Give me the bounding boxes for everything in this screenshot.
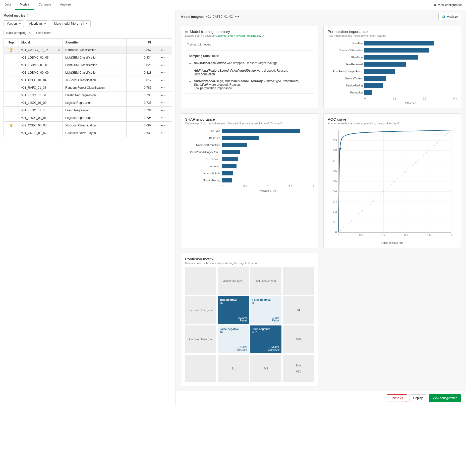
- bar-fill: [364, 41, 434, 45]
- svg-point-35: [339, 148, 341, 150]
- tab-compare[interactable]: Compare: [34, 0, 55, 10]
- col-f1[interactable]: F1: [127, 39, 154, 46]
- sliders-icon: ⚙: [434, 3, 436, 7]
- bar-label: HasRenewed: [328, 63, 363, 66]
- dataset-link[interactable]: Customer churn revised - training.csv: [215, 34, 261, 37]
- bar-row: PriorPeriodUsage-Rou...: [328, 68, 457, 75]
- card-subtitle: How accurate is the model at predicting …: [185, 262, 314, 265]
- sampling-chip[interactable]: 100% sampling ✕: [4, 30, 33, 36]
- insights-title: Model insights: [181, 15, 204, 19]
- row-menu[interactable]: •••: [161, 56, 165, 59]
- bar-row: PriorPeriodUsage-Rou...: [185, 149, 314, 156]
- table-row[interactable]: v01_LGBMC_01_01LightGBM Classification0.…: [4, 61, 172, 69]
- bar-row: BaseFee: [328, 40, 457, 47]
- col-algorithm[interactable]: Algorithm: [63, 39, 127, 46]
- bar-label: ServiceRating: [185, 179, 220, 182]
- svg-text:0.4: 0.4: [382, 234, 385, 237]
- bar-fill: [364, 48, 429, 53]
- bar-row: NumberOfPenalties: [185, 141, 314, 149]
- algorithm-name: Logistic Regression: [63, 114, 127, 121]
- insights-menu[interactable]: •••: [235, 15, 239, 18]
- more-filters[interactable]: More model filters 1: [51, 20, 91, 27]
- col-model[interactable]: Model: [19, 39, 63, 46]
- row-menu[interactable]: •••: [161, 86, 165, 89]
- bar-fill: [222, 136, 259, 140]
- table-row[interactable]: v01_LOGC_01_00Logistic Regression0.736••…: [4, 99, 172, 107]
- table-row[interactable]: v01_ELNC_01_06Elastic Net Regression0.73…: [4, 91, 172, 99]
- bar-row: ServiceTickets: [185, 170, 314, 177]
- table-row[interactable]: 🏆v02_XGBC_00_00XGBoost Classification0.6…: [4, 122, 172, 129]
- sparkle-icon: ✦: [189, 62, 191, 65]
- svg-text:0.4: 0.4: [333, 190, 337, 193]
- card-title: Model training summary: [190, 29, 230, 34]
- f1-value: 0.736: [127, 91, 154, 99]
- table-row[interactable]: v01_LSOC_01_05Lasso Regression0.734•••: [4, 107, 172, 114]
- tab-analyze[interactable]: Analyze: [55, 0, 75, 10]
- row-menu[interactable]: •••: [161, 63, 165, 67]
- row-menu[interactable]: •••: [161, 131, 165, 135]
- delete-button[interactable]: Delete v1: [387, 394, 407, 402]
- sparkle-icon: ✦: [189, 80, 191, 83]
- confusion-card: Confusion matrix How accurate is the mod…: [181, 253, 318, 386]
- bar-fill: [364, 62, 406, 67]
- f1-value: 0.682: [127, 122, 154, 129]
- model-name: v01_LGBMC_01_08: [19, 54, 63, 61]
- table-row[interactable]: v01_RAFC_01_03Random Forest Classificati…: [4, 84, 172, 91]
- model-name: v01_ELNC_01_06: [19, 91, 63, 99]
- algorithm-name: Gaussian Naive Bayes: [63, 129, 127, 137]
- bar-label: BaseFee: [185, 136, 220, 139]
- row-menu[interactable]: •••: [161, 93, 165, 97]
- filter-count-badge: 1: [80, 22, 84, 25]
- bar-fill: [222, 143, 247, 147]
- trophy-icon: 🏆: [9, 48, 13, 52]
- svg-text:0.3: 0.3: [333, 200, 337, 203]
- tab-models[interactable]: Models: [15, 0, 34, 10]
- table-row[interactable]: v01_GNBC_01_07Gaussian Naive Bayes0.633•…: [4, 129, 172, 137]
- summary-icon: ▦: [185, 30, 188, 34]
- model-name: v01_LGBMC_00_00: [19, 69, 63, 76]
- version-filter[interactable]: Version: [4, 20, 24, 27]
- bar-label: PriorPeriodUsage-Rou...: [328, 70, 363, 73]
- row-menu[interactable]: •••: [161, 78, 165, 82]
- bar-label: ServiceRating: [328, 84, 363, 87]
- close-icon[interactable]: ✕: [28, 31, 31, 35]
- card-title: SHAP importance: [185, 117, 314, 121]
- external-icon[interactable]: ↗: [262, 34, 264, 37]
- row-menu[interactable]: •••: [161, 48, 165, 52]
- row-menu[interactable]: •••: [161, 124, 165, 127]
- bar-fill: [222, 164, 237, 168]
- cm-tn: True negative532 98.34%Specificity: [250, 325, 281, 353]
- table-row[interactable]: v01_LOGC_00_01Logistic Regression0.705••…: [4, 114, 172, 122]
- bar-fill: [222, 178, 232, 182]
- f1-value: 0.857: [127, 46, 154, 54]
- bar-fill: [364, 90, 372, 95]
- svg-text:1: 1: [451, 234, 452, 237]
- algorithm-name: Random Forest Classification: [63, 84, 127, 91]
- svg-text:0: 0: [335, 231, 337, 234]
- models-table: Top Model Algorithm F1 🏆v01_CATBC_01_02 …: [4, 38, 172, 137]
- f1-value: 0.734: [127, 107, 154, 114]
- table-row[interactable]: v01_XGBC_01_04XGBoost Classification0.81…: [4, 76, 172, 84]
- view-config-link[interactable]: ⚙ View configuration: [434, 0, 466, 10]
- algorithm-name: LightGBM Classification: [63, 69, 127, 76]
- analyze-button[interactable]: 📊 Analyze: [438, 13, 461, 20]
- table-row[interactable]: v01_LGBMC_01_08LightGBM Classification0.…: [4, 54, 172, 61]
- bar-fill: [222, 129, 300, 133]
- bar-row: BaseFee: [185, 134, 314, 141]
- training-summary-card: ▦ Model training summary Loaded training…: [181, 26, 318, 108]
- algorithm-filter[interactable]: Algorithm: [26, 20, 49, 27]
- sparkle-icon: ✦: [189, 69, 191, 73]
- row-menu[interactable]: •••: [161, 71, 165, 74]
- col-top[interactable]: Top: [4, 39, 19, 46]
- table-row[interactable]: 🏆v01_CATBC_01_02 ⊘CatBoost Classificatio…: [4, 46, 172, 54]
- row-menu[interactable]: •••: [161, 116, 165, 120]
- tab-data[interactable]: Data: [0, 0, 15, 10]
- info-icon[interactable]: i: [27, 14, 30, 17]
- row-menu[interactable]: •••: [161, 101, 165, 105]
- deploy-button[interactable]: Deploy: [410, 394, 426, 402]
- row-menu[interactable]: •••: [161, 109, 165, 112]
- clear-filters-link[interactable]: Clear filters: [36, 31, 51, 35]
- view-config-button[interactable]: View configuration: [429, 394, 461, 402]
- table-row[interactable]: v01_LGBMC_00_00LightGBM Classification0.…: [4, 69, 172, 76]
- panel-title-text: Model metrics: [4, 14, 25, 17]
